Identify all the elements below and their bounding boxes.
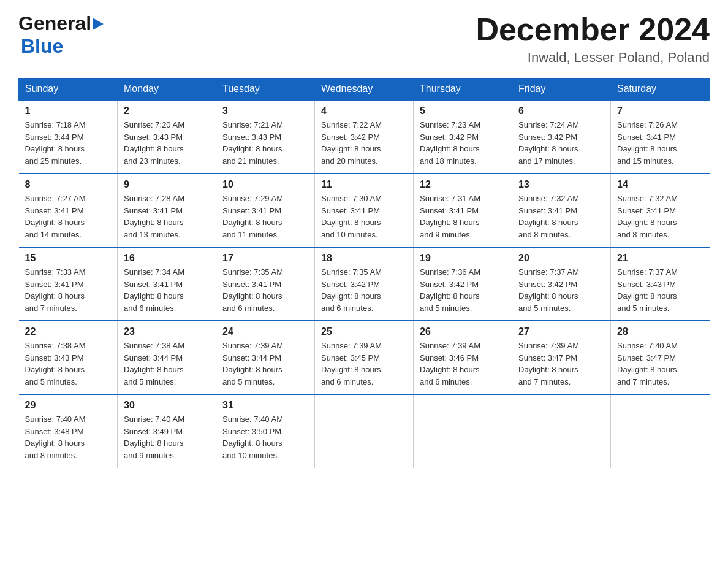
day-info: Sunrise: 7:31 AM Sunset: 3:41 PM Dayligh… <box>420 193 506 240</box>
week-row-2: 8Sunrise: 7:27 AM Sunset: 3:41 PM Daylig… <box>19 174 710 247</box>
day-number: 19 <box>420 253 506 264</box>
weekday-header-wednesday: Wednesday <box>315 79 414 101</box>
day-info: Sunrise: 7:27 AM Sunset: 3:41 PM Dayligh… <box>25 193 112 240</box>
calendar-cell: 17Sunrise: 7:35 AM Sunset: 3:41 PM Dayli… <box>216 247 315 321</box>
day-info: Sunrise: 7:38 AM Sunset: 3:43 PM Dayligh… <box>25 340 112 388</box>
day-number: 20 <box>518 253 604 264</box>
calendar-cell: 12Sunrise: 7:31 AM Sunset: 3:41 PM Dayli… <box>414 174 512 247</box>
day-number: 17 <box>222 253 308 264</box>
week-row-5: 29Sunrise: 7:40 AM Sunset: 3:48 PM Dayli… <box>19 394 710 468</box>
calendar-cell: 4Sunrise: 7:22 AM Sunset: 3:42 PM Daylig… <box>315 100 414 174</box>
day-number: 8 <box>25 179 112 190</box>
calendar-cell: 14Sunrise: 7:32 AM Sunset: 3:41 PM Dayli… <box>611 174 710 247</box>
weekday-header-friday: Friday <box>512 79 611 101</box>
calendar-cell: 18Sunrise: 7:35 AM Sunset: 3:42 PM Dayli… <box>315 247 414 321</box>
calendar-cell: 23Sunrise: 7:38 AM Sunset: 3:44 PM Dayli… <box>118 321 216 394</box>
week-row-3: 15Sunrise: 7:33 AM Sunset: 3:41 PM Dayli… <box>19 247 710 321</box>
week-row-4: 22Sunrise: 7:38 AM Sunset: 3:43 PM Dayli… <box>19 321 710 394</box>
calendar-cell <box>315 394 414 468</box>
day-number: 7 <box>617 105 703 117</box>
day-info: Sunrise: 7:29 AM Sunset: 3:41 PM Dayligh… <box>222 193 308 240</box>
day-info: Sunrise: 7:21 AM Sunset: 3:43 PM Dayligh… <box>222 119 308 167</box>
weekday-header-row: SundayMondayTuesdayWednesdayThursdayFrid… <box>19 79 710 101</box>
day-info: Sunrise: 7:35 AM Sunset: 3:42 PM Dayligh… <box>321 266 407 314</box>
day-number: 3 <box>222 105 308 117</box>
day-number: 16 <box>124 253 210 264</box>
day-number: 12 <box>420 179 506 190</box>
day-number: 14 <box>617 179 703 190</box>
logo-triangle-icon <box>93 18 106 31</box>
day-info: Sunrise: 7:34 AM Sunset: 3:41 PM Dayligh… <box>124 266 210 314</box>
day-number: 10 <box>222 179 308 190</box>
calendar-cell: 26Sunrise: 7:39 AM Sunset: 3:46 PM Dayli… <box>414 321 512 394</box>
location: Inwald, Lesser Poland, Poland <box>476 50 710 66</box>
day-info: Sunrise: 7:40 AM Sunset: 3:50 PM Dayligh… <box>222 413 308 461</box>
day-info: Sunrise: 7:33 AM Sunset: 3:41 PM Dayligh… <box>25 266 112 314</box>
day-number: 21 <box>617 253 703 264</box>
calendar-cell: 10Sunrise: 7:29 AM Sunset: 3:41 PM Dayli… <box>216 174 315 247</box>
calendar-cell: 5Sunrise: 7:23 AM Sunset: 3:42 PM Daylig… <box>414 100 512 174</box>
calendar-cell: 19Sunrise: 7:36 AM Sunset: 3:42 PM Dayli… <box>414 247 512 321</box>
day-info: Sunrise: 7:24 AM Sunset: 3:42 PM Dayligh… <box>518 119 604 167</box>
weekday-header-thursday: Thursday <box>414 79 512 101</box>
day-info: Sunrise: 7:39 AM Sunset: 3:45 PM Dayligh… <box>321 340 407 388</box>
day-number: 1 <box>25 105 112 117</box>
weekday-header-tuesday: Tuesday <box>216 79 315 101</box>
logo-blue: Blue <box>18 35 63 58</box>
day-number: 28 <box>617 326 703 337</box>
day-info: Sunrise: 7:32 AM Sunset: 3:41 PM Dayligh… <box>617 193 703 240</box>
weekday-header-sunday: Sunday <box>19 79 118 101</box>
calendar-cell: 8Sunrise: 7:27 AM Sunset: 3:41 PM Daylig… <box>19 174 118 247</box>
calendar-cell: 15Sunrise: 7:33 AM Sunset: 3:41 PM Dayli… <box>19 247 118 321</box>
logo: General Blue <box>18 12 106 58</box>
day-info: Sunrise: 7:37 AM Sunset: 3:43 PM Dayligh… <box>617 266 703 314</box>
month-title: December 2024 <box>476 12 710 47</box>
calendar-cell: 7Sunrise: 7:26 AM Sunset: 3:41 PM Daylig… <box>611 100 710 174</box>
day-info: Sunrise: 7:20 AM Sunset: 3:43 PM Dayligh… <box>124 119 210 167</box>
calendar-cell: 6Sunrise: 7:24 AM Sunset: 3:42 PM Daylig… <box>512 100 611 174</box>
calendar-cell: 25Sunrise: 7:39 AM Sunset: 3:45 PM Dayli… <box>315 321 414 394</box>
calendar-header: SundayMondayTuesdayWednesdayThursdayFrid… <box>19 79 710 101</box>
week-row-1: 1Sunrise: 7:18 AM Sunset: 3:44 PM Daylig… <box>19 100 710 174</box>
calendar-cell: 20Sunrise: 7:37 AM Sunset: 3:42 PM Dayli… <box>512 247 611 321</box>
day-number: 9 <box>124 179 210 190</box>
calendar-cell: 9Sunrise: 7:28 AM Sunset: 3:41 PM Daylig… <box>118 174 216 247</box>
day-info: Sunrise: 7:26 AM Sunset: 3:41 PM Dayligh… <box>617 119 703 167</box>
day-number: 27 <box>518 326 604 337</box>
calendar-cell: 2Sunrise: 7:20 AM Sunset: 3:43 PM Daylig… <box>118 100 216 174</box>
day-info: Sunrise: 7:23 AM Sunset: 3:42 PM Dayligh… <box>420 119 506 167</box>
weekday-header-monday: Monday <box>118 79 216 101</box>
day-number: 5 <box>420 105 506 117</box>
calendar-cell: 16Sunrise: 7:34 AM Sunset: 3:41 PM Dayli… <box>118 247 216 321</box>
day-info: Sunrise: 7:39 AM Sunset: 3:46 PM Dayligh… <box>420 340 506 388</box>
calendar-cell <box>414 394 512 468</box>
day-info: Sunrise: 7:22 AM Sunset: 3:42 PM Dayligh… <box>321 119 407 167</box>
calendar-cell: 1Sunrise: 7:18 AM Sunset: 3:44 PM Daylig… <box>19 100 118 174</box>
day-info: Sunrise: 7:38 AM Sunset: 3:44 PM Dayligh… <box>124 340 210 388</box>
day-number: 11 <box>321 179 407 190</box>
calendar-cell: 30Sunrise: 7:40 AM Sunset: 3:49 PM Dayli… <box>118 394 216 468</box>
day-info: Sunrise: 7:40 AM Sunset: 3:49 PM Dayligh… <box>124 413 210 461</box>
day-number: 15 <box>25 253 112 264</box>
day-info: Sunrise: 7:28 AM Sunset: 3:41 PM Dayligh… <box>124 193 210 240</box>
day-info: Sunrise: 7:39 AM Sunset: 3:44 PM Dayligh… <box>222 340 308 388</box>
calendar-cell: 29Sunrise: 7:40 AM Sunset: 3:48 PM Dayli… <box>19 394 118 468</box>
day-info: Sunrise: 7:32 AM Sunset: 3:41 PM Dayligh… <box>518 193 604 240</box>
day-info: Sunrise: 7:37 AM Sunset: 3:42 PM Dayligh… <box>518 266 604 314</box>
title-block: December 2024 Inwald, Lesser Poland, Pol… <box>476 12 710 66</box>
day-number: 29 <box>25 400 112 411</box>
page-header: General Blue December 2024 Inwald, Lesse… <box>18 12 710 66</box>
day-info: Sunrise: 7:40 AM Sunset: 3:47 PM Dayligh… <box>617 340 703 388</box>
calendar-table: SundayMondayTuesdayWednesdayThursdayFrid… <box>18 78 710 468</box>
day-info: Sunrise: 7:39 AM Sunset: 3:47 PM Dayligh… <box>518 340 604 388</box>
calendar-cell: 11Sunrise: 7:30 AM Sunset: 3:41 PM Dayli… <box>315 174 414 247</box>
calendar-body: 1Sunrise: 7:18 AM Sunset: 3:44 PM Daylig… <box>19 100 710 468</box>
calendar-cell: 27Sunrise: 7:39 AM Sunset: 3:47 PM Dayli… <box>512 321 611 394</box>
day-number: 23 <box>124 326 210 337</box>
calendar-cell: 3Sunrise: 7:21 AM Sunset: 3:43 PM Daylig… <box>216 100 315 174</box>
day-number: 31 <box>222 400 308 411</box>
logo-general: General <box>18 12 91 35</box>
weekday-header-saturday: Saturday <box>611 79 710 101</box>
day-number: 18 <box>321 253 407 264</box>
calendar-cell: 24Sunrise: 7:39 AM Sunset: 3:44 PM Dayli… <box>216 321 315 394</box>
